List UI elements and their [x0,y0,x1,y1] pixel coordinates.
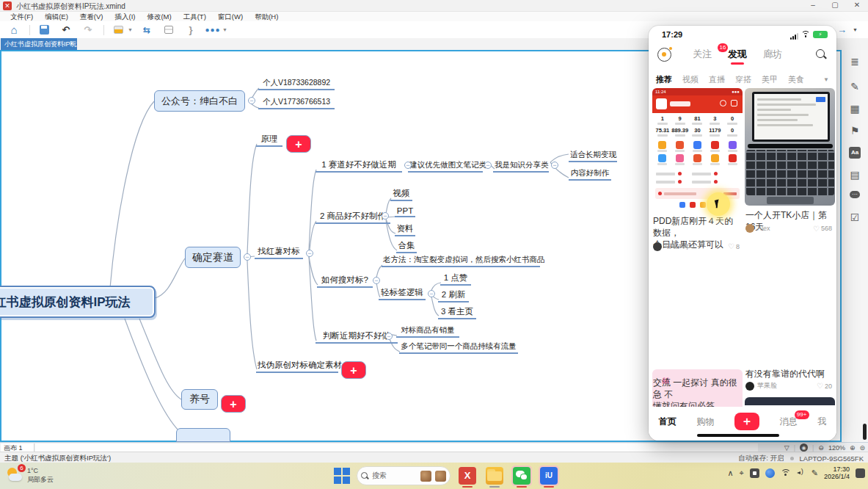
collapse-icon[interactable] [244,253,251,261]
collapse-icon[interactable] [404,162,412,169]
phone-search-icon[interactable] [816,49,826,59]
undo-icon[interactable]: ↶ [58,23,74,37]
scrollbar-thumb[interactable] [863,424,867,440]
like-icon[interactable]: ♡ [817,382,823,390]
expand-icon[interactable] [341,361,366,379]
tray-ime-icon[interactable] [750,468,759,478]
tray-wifi-icon[interactable] [781,469,791,477]
tray-pen-icon[interactable]: ✎ [812,468,818,478]
mindmap-node-kanzhuye[interactable]: 3 看主页 [438,306,476,319]
tab-outfit[interactable]: 穿搭 [735,74,751,85]
mindmap-node-cutoff[interactable] [176,428,230,442]
more-caret-icon[interactable]: ▼ [222,27,227,32]
nav-messages[interactable]: 消息99+ [780,416,798,428]
mindmap-node-v1[interactable]: 个人V18733628892 [258,78,335,90]
tray-browser-icon[interactable] [765,468,775,478]
menu-view[interactable]: 查看(V) [74,12,109,21]
menu-help[interactable]: 帮助(H) [249,12,284,21]
tray-notification-icon[interactable] [856,468,865,478]
tray-volume-icon[interactable] [797,469,806,477]
maximize-button[interactable]: ▢ [824,0,846,12]
home-icon[interactable]: ⌂ [6,23,22,37]
taskbar-wechat[interactable] [511,466,532,486]
taskbar-blue-app[interactable]: iU [539,466,559,486]
tab-live[interactable]: 直播 [709,74,725,85]
post-plus-button[interactable]: ＋ [734,413,759,430]
pitch-mode-icon[interactable]: ◉ [800,443,808,452]
mindmap-node-queding-saidao[interactable]: 确定赛道 [185,247,241,268]
expand-icon[interactable] [221,395,246,413]
boundary-icon[interactable] [161,23,177,37]
menu-insert[interactable]: 插入(I) [109,12,141,21]
live-icon[interactable] [657,48,671,62]
tray-clock[interactable]: 17:30 2026/1/4 [824,466,850,480]
collapse-icon[interactable] [484,162,492,169]
mindmap-node-yanghao[interactable]: 养号 [181,389,218,410]
mindmap-node-yuanli[interactable]: 原理 [256,134,282,147]
fit-map-icon[interactable]: ⊜ [859,444,865,452]
collapse-icon[interactable] [373,277,380,284]
tray-location-icon[interactable]: ⌖ [740,468,744,478]
card-author-row[interactable]: Alex ♡568 [745,224,832,233]
relationship-icon[interactable]: ⇆ [139,23,155,37]
format-brush-icon[interactable]: ✎ [849,81,861,93]
document-tab[interactable]: 小红书虚拟原创资料IP玩法✕ [1,38,77,50]
format-paint-icon[interactable] [110,23,126,37]
mindmap-node-heji[interactable]: 合集 [396,240,417,253]
collapse-icon[interactable] [428,290,435,297]
format-caret-icon[interactable]: ▼ [128,27,133,32]
mindmap-node-n2[interactable]: 2 商品好不好制作 [316,211,390,224]
collapse-icon[interactable] [306,250,313,257]
collapse-icon[interactable] [385,333,393,340]
close-button[interactable]: ✕ [846,0,868,12]
outline-icon[interactable]: ≣ [849,56,861,68]
menu-window[interactable]: 窗口(W) [212,12,249,21]
expand-icon[interactable] [286,135,311,153]
minimize-button[interactable]: – [802,0,824,12]
feed-card-image[interactable]: 11:24●●● 1 9 81 3 0 75.31 889.39 30 1179… [652,88,743,213]
more-icon[interactable]: ●●● [205,23,221,37]
mindmap-node-n1[interactable]: 1 赛道好不好做近期 [316,159,402,173]
mindmap-node-qingbiaoqian[interactable]: 轻标签逻辑 [379,287,426,300]
marker-flag-icon[interactable]: ⚑ [849,125,861,137]
summary-icon[interactable]: } [183,23,199,37]
feed-card-image[interactable] [745,88,835,206]
comment-icon[interactable] [849,191,861,203]
chevron-down-icon[interactable]: ▼ [823,76,829,83]
menu-tools[interactable]: 工具(T) [178,12,212,21]
zoom-in-icon[interactable]: ⊕ [850,444,856,452]
zoom-out-icon[interactable]: ⊖ [818,444,824,452]
tab-follow[interactable]: 关注 [693,48,712,61]
notes-icon[interactable]: ▤ [849,169,861,181]
card-author-row[interactable]: 瑞瑞awp ♡8 [653,242,740,251]
tab-city[interactable]: 廊坊 [763,48,782,61]
mindmap-node-duibiao[interactable]: 对标商品有销量 [396,325,459,338]
collapse-icon[interactable] [382,212,389,220]
taskbar-explorer[interactable] [484,466,505,486]
like-icon[interactable]: ♡ [728,242,734,250]
filter-icon[interactable]: ▽ [784,444,789,452]
nav-me[interactable]: 我 [817,416,826,428]
task-icon[interactable]: ☑ [849,211,861,223]
mindmap-node-shuaxin[interactable]: 2 刷新 [438,289,469,303]
tray-chevron-icon[interactable]: ∧ [727,468,733,478]
tab-close-icon[interactable]: ✕ [69,38,74,50]
card-author-row[interactable]: 苹果脸 ♡20 [745,381,832,391]
tab-video[interactable]: 视频 [682,74,699,85]
label-icon[interactable]: Aa [849,147,861,159]
mindmap-node-jianyi[interactable]: 建议优先做图文笔记类 [408,160,483,173]
mindmap-node-shipin[interactable]: 视频 [390,188,412,201]
image-icon[interactable]: ▦ [849,103,861,115]
mindmap-node-laofangfa[interactable]: 老方法：淘宝裂变虚拟词，然后搜索小红书商品 [382,255,540,267]
start-button[interactable] [334,468,350,484]
tab-discover[interactable]: 发现 [728,48,747,61]
save-icon[interactable] [36,23,52,37]
tab-recommend[interactable]: 推荐 [656,74,672,85]
menu-edit[interactable]: 编辑(E) [39,12,74,21]
taskbar-xmind[interactable]: X [457,466,478,486]
taskbar-weather-widget[interactable]: 6 1°C局部多云 [6,466,54,484]
menu-file[interactable]: 文件(F) [4,12,39,21]
collapse-icon[interactable] [248,97,255,104]
mindmap-node-neirong[interactable]: 内容好制作 [569,168,611,181]
tab-nails[interactable]: 美甲 [762,74,778,85]
